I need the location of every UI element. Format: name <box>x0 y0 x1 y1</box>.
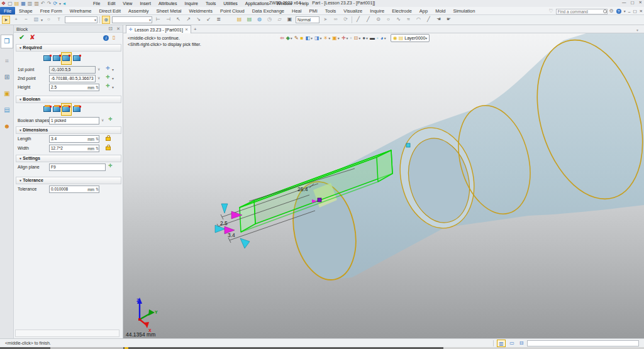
ribbon-tab-wireframe[interactable]: Wireframe <box>66 7 96 14</box>
loop-icon[interactable] <box>45 16 53 24</box>
block-type-points-icon[interactable] <box>72 53 82 64</box>
minimize-button[interactable]: — <box>622 0 626 5</box>
find-command-input[interactable] <box>556 9 608 14</box>
status-list-icon[interactable] <box>517 340 526 347</box>
doc-close-button[interactable]: ✕ <box>640 9 643 14</box>
new-tab-icon[interactable] <box>194 26 197 33</box>
height-field[interactable]: 2.5mm⇅ <box>49 84 99 91</box>
side-shape-icon[interactable] <box>1 35 13 48</box>
ribbon-tab-tools[interactable]: Tools <box>321 7 340 14</box>
section-dimensions[interactable]: Dimensions <box>16 126 121 134</box>
length-lock-icon[interactable] <box>106 137 111 141</box>
status-input[interactable] <box>527 340 639 346</box>
ribbon-tab-heal[interactable]: Heal <box>288 7 305 14</box>
world-icon[interactable] <box>102 16 110 24</box>
ribbon-tab-dataexchange[interactable]: Data Exchange <box>248 7 288 14</box>
ribbon-tab-directedit[interactable]: Direct Edit <box>95 7 125 14</box>
da-axis-caret-icon[interactable]: ▾ <box>347 36 348 40</box>
section-tolerance[interactable]: Tolerance <box>16 177 121 184</box>
side-user-icon[interactable] <box>0 123 14 130</box>
ribbon-tab-pointcloud[interactable]: Point Cloud <box>216 7 248 14</box>
layer-caret-icon[interactable]: ▾ <box>425 36 427 40</box>
align1-icon[interactable] <box>154 16 162 24</box>
boolean-add-icon[interactable] <box>52 104 62 115</box>
side-visual-icon[interactable] <box>0 107 14 113</box>
pf4-icon[interactable] <box>204 16 213 24</box>
da-exit-icon[interactable] <box>280 35 284 42</box>
side-assembly-icon[interactable] <box>0 74 14 80</box>
da-bg-icon[interactable] <box>332 35 337 42</box>
gear-icon[interactable] <box>609 8 614 14</box>
help-book-icon[interactable] <box>113 35 115 41</box>
doc-minimize-button[interactable]: – <box>628 9 631 14</box>
da-render-caret-icon[interactable]: ▾ <box>328 36 330 40</box>
da-view-caret-icon[interactable]: ▾ <box>311 36 313 40</box>
section-settings[interactable]: Settings <box>16 155 121 162</box>
picker-green-icon[interactable] <box>106 74 110 80</box>
ribbon-tab-shape[interactable]: Shape <box>15 7 36 14</box>
seg-icon[interactable] <box>425 16 433 24</box>
ribbon-tab-simulation[interactable]: Simulation <box>449 7 479 14</box>
cursor2-icon[interactable] <box>321 16 330 24</box>
first-point-field[interactable]: -0,-100.5,5 <box>49 66 96 74</box>
clock-icon[interactable] <box>265 16 274 24</box>
picker-green-icon[interactable] <box>108 163 113 169</box>
block-type-center-icon[interactable] <box>62 53 71 64</box>
section-boolean[interactable]: Boolean <box>16 96 121 103</box>
boolean-shapes-field[interactable]: 1 picked <box>49 117 99 125</box>
reference-combo[interactable] <box>112 16 152 23</box>
da-display-icon[interactable] <box>314 35 319 42</box>
da-shade-caret-icon[interactable]: ▾ <box>291 36 292 40</box>
boolean-base-icon[interactable] <box>43 104 52 115</box>
help-caret-icon[interactable]: ▾ <box>624 8 626 14</box>
ribbon-tab-assembly[interactable]: Assembly <box>125 7 153 14</box>
da-view-icon[interactable] <box>305 35 310 42</box>
side-view-icon[interactable] <box>0 91 14 97</box>
unfold-icon[interactable] <box>97 75 100 81</box>
ribbon-tab-freeform[interactable]: Free Form <box>36 7 66 14</box>
layer-selector[interactable]: Layer0000 ▾ <box>391 34 430 42</box>
da-section-icon[interactable] <box>353 35 358 42</box>
wave-icon[interactable] <box>404 16 413 24</box>
bundle2-icon[interactable] <box>245 16 253 24</box>
capture-icon[interactable] <box>32 16 40 24</box>
document-tab[interactable]: Lesson 23.Z3 - [Part001] <box>126 25 191 33</box>
width-field[interactable]: 12.7*2mm⇅ <box>49 145 99 152</box>
picker-caret-icon[interactable]: ▾ <box>112 76 114 80</box>
da-axis-icon[interactable] <box>341 35 346 42</box>
boolean-remove-icon[interactable] <box>62 104 71 115</box>
help-icon[interactable]: ? <box>616 9 621 14</box>
hand2-icon[interactable] <box>445 16 453 24</box>
da-render-icon[interactable] <box>324 35 328 42</box>
length-spinner[interactable]: ⇅ <box>96 136 99 142</box>
hand1-icon[interactable] <box>435 16 443 24</box>
unfold-icon[interactable] <box>97 66 100 72</box>
da-edge-icon[interactable] <box>370 35 375 42</box>
width-spinner[interactable]: ⇅ <box>96 145 99 152</box>
bulb-icon[interactable] <box>393 35 397 42</box>
bundle1-icon[interactable] <box>235 16 243 24</box>
close-button[interactable]: ✕ <box>639 0 642 5</box>
label-icon[interactable] <box>55 16 63 24</box>
picker-caret-icon[interactable]: ▾ <box>112 85 114 89</box>
height-spinner[interactable]: ⇅ <box>96 84 99 91</box>
snap-point-marker[interactable] <box>406 143 410 147</box>
spline-icon[interactable] <box>394 16 402 24</box>
ribbon-tab-file[interactable]: File <box>0 7 15 14</box>
circle2-icon[interactable] <box>384 16 392 24</box>
block-type-corner-icon[interactable] <box>43 53 52 64</box>
picker-point-icon[interactable] <box>106 65 110 72</box>
da-material-icon[interactable] <box>362 35 365 42</box>
status-grid-icon[interactable] <box>497 340 506 347</box>
picker-green-icon[interactable] <box>106 83 110 89</box>
pf1-icon[interactable] <box>174 16 182 24</box>
circledot-icon[interactable] <box>374 16 382 24</box>
da-curvature-caret-icon[interactable]: ▾ <box>384 36 386 40</box>
ribbon-tab-electrode[interactable]: Electrode <box>388 7 416 14</box>
ribbon-tab-weldments[interactable]: Weldments <box>186 7 216 14</box>
pick-filter-icon[interactable] <box>2 16 10 24</box>
da-display-caret-icon[interactable]: ▾ <box>320 36 322 40</box>
pf2-icon[interactable] <box>184 16 192 24</box>
pf5-icon[interactable] <box>214 16 223 24</box>
da-face-icon[interactable] <box>377 35 379 42</box>
